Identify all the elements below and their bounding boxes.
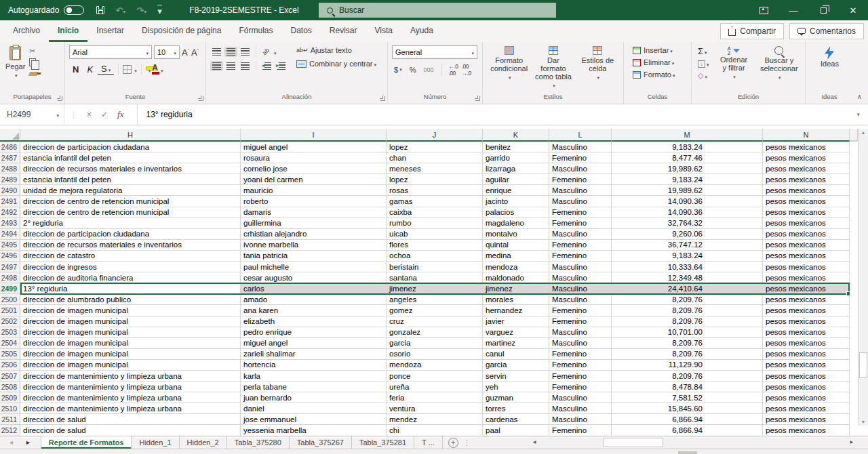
comma-style-button[interactable]: 000 <box>421 66 435 74</box>
row-header-2507[interactable]: 2507 <box>0 371 20 381</box>
grid-cell[interactable]: Femenino <box>549 360 612 371</box>
horizontal-scroll-thumb[interactable] <box>604 438 663 447</box>
grid-cell[interactable]: 9,260.06 <box>612 229 763 240</box>
row-header-2506[interactable]: 2506 <box>0 360 20 371</box>
grid-cell[interactable]: 9,183.24 <box>612 142 763 152</box>
grid-cell[interactable]: rumbo <box>387 218 483 229</box>
grid-cell[interactable]: cardenas <box>483 414 549 425</box>
grid-cell[interactable]: 11,129.90 <box>612 360 763 371</box>
grid-cell[interactable]: pesos mexicanos <box>763 185 850 196</box>
copy-icon[interactable] <box>29 58 36 66</box>
grid-cell[interactable]: 6,866.94 <box>612 414 763 425</box>
grid-cell[interactable]: pesos mexicanos <box>763 283 850 294</box>
undo-icon[interactable]: ↶▾ <box>115 5 125 16</box>
wrap-text-button[interactable]: ab↵ Ajustar texto <box>294 45 378 55</box>
grid-cell[interactable]: direccion de imagen municipal <box>20 349 241 360</box>
row-header-2494[interactable]: 2494 <box>0 229 20 240</box>
grid-cell[interactable]: yeh <box>483 381 549 392</box>
font-name-combo[interactable]: Arial <box>69 45 152 59</box>
grid-cell[interactable]: cruz <box>387 316 483 327</box>
grid-cell[interactable]: guillermina <box>241 218 387 229</box>
row-header-2501[interactable]: 2501 <box>0 305 20 316</box>
grid-cell[interactable]: roberto <box>241 196 387 207</box>
increase-font-icon[interactable]: Aˆ <box>182 47 189 58</box>
grid-cell[interactable]: direccion de auditoria financiera <box>20 272 241 283</box>
align-left-icon[interactable] <box>210 61 223 71</box>
grid-cell[interactable]: pesos mexicanos <box>763 349 850 360</box>
grid-cell[interactable]: guzman <box>483 392 549 403</box>
row-header-2499[interactable]: 2499 <box>0 283 20 294</box>
normal-view-button[interactable] <box>678 451 697 454</box>
row-header-2510[interactable]: 2510 <box>0 403 20 414</box>
grid-cell[interactable]: Masculino <box>549 272 612 283</box>
currency-button[interactable]: $ <box>392 65 404 75</box>
decrease-indent-icon[interactable] <box>260 61 273 71</box>
autosum-button[interactable]: Σ <box>696 45 711 57</box>
vertical-scroll-thumb[interactable] <box>859 352 867 378</box>
autosave-toggle[interactable] <box>64 5 84 15</box>
grid-cell[interactable]: pesos mexicanos <box>763 381 850 392</box>
sheet-tab-hidden-2[interactable]: Hidden_2 <box>180 436 227 449</box>
grid-cell[interactable]: karla <box>241 371 387 381</box>
grid-cell[interactable]: pesos mexicanos <box>763 262 850 272</box>
row-header-2502[interactable]: 2502 <box>0 316 20 327</box>
grid-cell[interactable]: pesos mexicanos <box>763 403 850 414</box>
merge-center-button[interactable]: Combinar y centrar <box>294 59 378 68</box>
grid-cell[interactable]: direccion de salud <box>20 425 241 436</box>
italic-button[interactable]: K <box>83 64 96 75</box>
tabbar-splitter[interactable]: ⋮ <box>464 439 471 447</box>
grid-cell[interactable]: Masculino <box>549 229 612 240</box>
grid-cell[interactable]: perla tabane <box>241 381 387 392</box>
row-header-2496[interactable]: 2496 <box>0 251 20 262</box>
grid-cell[interactable]: Masculino <box>549 392 612 403</box>
grid-cell[interactable]: uicab <box>387 229 483 240</box>
grid-cell[interactable]: yessenia marbella <box>241 425 387 436</box>
grid-cell[interactable]: servin <box>483 371 549 381</box>
grid-cell[interactable]: lizarraga <box>483 163 549 174</box>
grid-cell[interactable]: mendez <box>387 414 483 425</box>
grid-cell[interactable]: lopez <box>387 142 483 152</box>
decrease-decimal-icon[interactable]: .00→.0 <box>462 63 471 77</box>
grid-cell[interactable]: amado <box>241 294 387 305</box>
tab-inicio[interactable]: Inicio <box>49 20 87 42</box>
formula-input[interactable]: 13° regiduria <box>137 104 856 125</box>
hscroll-right-icon[interactable]: ► <box>849 439 854 445</box>
grid-cell[interactable]: Masculino <box>549 403 612 414</box>
grid-cell[interactable]: chi <box>387 425 483 436</box>
grid-cell[interactable]: Femenino <box>549 218 612 229</box>
grid-cell[interactable]: medina <box>483 251 549 262</box>
row-header-2504[interactable]: 2504 <box>0 338 20 349</box>
insert-cells-button[interactable]: Insertar <box>631 45 675 55</box>
tab-revisar[interactable]: Revisar <box>321 20 366 42</box>
grid-cell[interactable]: 32,764.32 <box>612 218 763 229</box>
grid-cell[interactable]: pesos mexicanos <box>763 425 850 436</box>
grid-cell[interactable]: direccion de imagen municipal <box>20 327 241 338</box>
number-format-combo[interactable]: General <box>392 45 477 59</box>
grid-cell[interactable]: Femenino <box>549 152 612 163</box>
number-dialog-launcher-icon[interactable] <box>475 96 480 101</box>
conditional-formatting-button[interactable]: Formato condicional <box>488 45 531 83</box>
grid-cell[interactable]: pesos mexicanos <box>763 327 850 338</box>
format-cells-button[interactable]: Formato <box>631 70 677 79</box>
grid-cell[interactable]: paul michelle <box>241 262 387 272</box>
grid-cell[interactable]: direccion de mantenimiento y limpieza ur… <box>20 381 241 392</box>
paste-dropdown-icon[interactable] <box>14 70 18 79</box>
column-header-I[interactable]: I <box>241 129 387 142</box>
grid-cell[interactable]: Femenino <box>549 371 612 381</box>
tab-insertar[interactable]: Insertar <box>87 20 133 42</box>
grid-cell[interactable]: juan bernardo <box>241 392 387 403</box>
grid-cell[interactable]: Femenino <box>549 305 612 316</box>
grid-cell[interactable]: 13° regiduria <box>20 283 241 294</box>
grid-cell[interactable]: pesos mexicanos <box>763 229 850 240</box>
tab-archivo[interactable]: Archivo <box>4 20 49 42</box>
grid-cell[interactable]: pesos mexicanos <box>763 294 850 305</box>
close-button[interactable]: ✕ <box>838 0 868 20</box>
row-header-2505[interactable]: 2505 <box>0 349 20 360</box>
ribbon-display-options-button[interactable] <box>749 0 778 20</box>
grid-cell[interactable]: pesos mexicanos <box>763 142 850 152</box>
grid-cell[interactable]: feria <box>387 392 483 403</box>
grid-cell[interactable]: pesos mexicanos <box>763 240 850 251</box>
column-header-M[interactable]: M <box>612 129 763 142</box>
format-as-table-button[interactable]: Dar formato como tabla <box>532 45 575 91</box>
grid-cell[interactable]: pesos mexicanos <box>763 371 850 381</box>
